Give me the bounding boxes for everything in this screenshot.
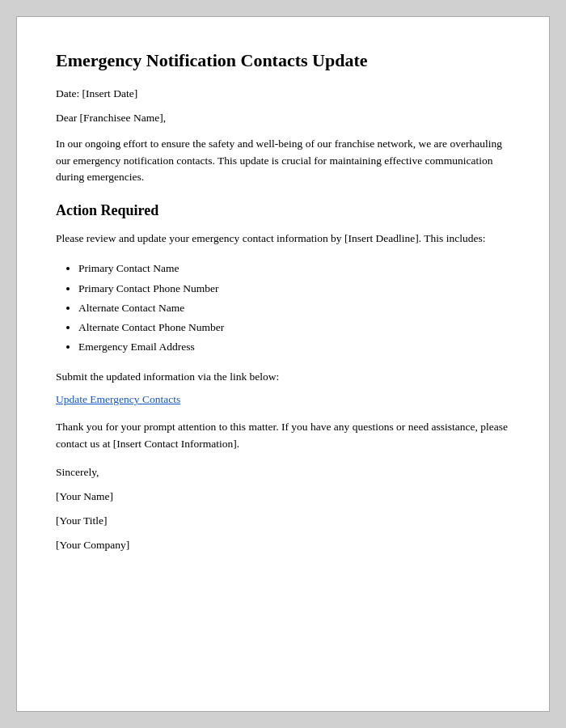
list-item: Alternate Contact Phone Number [78, 318, 510, 337]
submit-paragraph: Submit the updated information via the l… [56, 370, 510, 383]
sincerely-line: Sincerely, [56, 466, 510, 479]
document-container: Emergency Notification Contacts Update D… [16, 16, 550, 712]
action-required-heading: Action Required [56, 202, 510, 219]
list-item: Primary Contact Name [78, 259, 510, 278]
action-paragraph: Please review and update your emergency … [56, 231, 510, 248]
list-item: Emergency Email Address [78, 337, 510, 357]
signature-name: [Your Name] [56, 490, 510, 503]
list-item: Primary Contact Phone Number [78, 279, 510, 298]
greeting-line: Dear [Franchisee Name], [56, 112, 510, 125]
signature-title: [Your Title] [56, 514, 510, 527]
thank-you-paragraph: Thank you for your prompt attention to t… [56, 419, 510, 453]
signature-company: [Your Company] [56, 539, 510, 552]
contact-fields-list: Primary Contact Name Primary Contact Pho… [78, 259, 510, 357]
update-contacts-link[interactable]: Update Emergency Contacts [56, 393, 180, 406]
intro-paragraph: In our ongoing effort to ensure the safe… [56, 136, 510, 187]
list-item: Alternate Contact Name [78, 298, 510, 318]
date-line: Date: [Insert Date] [56, 87, 510, 100]
page-title: Emergency Notification Contacts Update [56, 49, 510, 73]
